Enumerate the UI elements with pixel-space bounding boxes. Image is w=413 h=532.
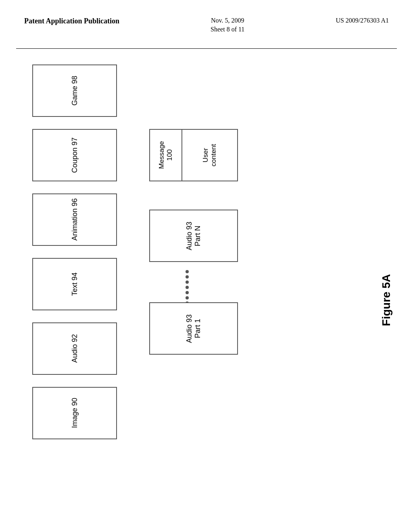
dot-1 [186, 270, 189, 273]
audio93-1-box: Audio 93 Part 1 [149, 302, 238, 355]
game-box: Game 98 [32, 64, 117, 117]
dots-separator [186, 270, 189, 305]
figure-label: Figure 5A [380, 274, 393, 326]
animation-label: Animation 96 [71, 194, 79, 245]
page-container: Patent Application Publication Nov. 5, 2… [0, 0, 413, 532]
coupon-box: Coupon 97 [32, 129, 117, 181]
sheet-text: Sheet 8 of 11 [211, 26, 244, 33]
animation-box: Animation 96 [32, 193, 117, 246]
audio93-1-label: Audio 93 Part 1 [185, 303, 202, 354]
coupon-label: Coupon 97 [71, 133, 79, 177]
image-label: Image 90 [71, 394, 79, 432]
text-box: Text 94 [32, 258, 117, 310]
dot-2 [186, 275, 189, 278]
message-left-part: Message 100 [150, 130, 182, 181]
text-label: Text 94 [71, 268, 79, 300]
publication-number: US 2009/276303 A1 [336, 16, 389, 25]
user-content-label: User content [202, 136, 218, 175]
message-right-part: User content [182, 130, 237, 181]
header-divider [16, 48, 397, 49]
message-box: Message 100 User content [149, 129, 238, 181]
dot-4 [186, 286, 189, 289]
audio93n-label: Audio 93 Part N [185, 210, 202, 261]
game-label: Game 98 [71, 72, 79, 110]
audio92-box: Audio 92 [32, 322, 117, 375]
publication-date: Nov. 5, 2009 Sheet 8 of 11 [211, 16, 244, 34]
dot-5 [186, 291, 189, 294]
page-header: Patent Application Publication Nov. 5, 2… [0, 0, 413, 42]
audio93n-box: Audio 93 Part N [149, 210, 238, 262]
publication-title: Patent Application Publication [24, 16, 119, 26]
dot-3 [186, 281, 189, 284]
dot-6 [186, 296, 189, 299]
diagram-area: Game 98 Coupon 97 Animation 96 Text 94 A… [0, 52, 413, 532]
message-label: Message 100 [158, 136, 174, 175]
image-box: Image 90 [32, 387, 117, 439]
date-text: Nov. 5, 2009 [211, 17, 244, 24]
audio92-label: Audio 92 [71, 330, 79, 367]
